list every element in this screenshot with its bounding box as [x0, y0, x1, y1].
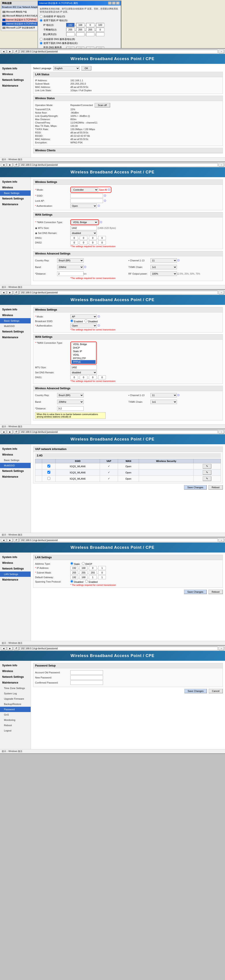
gw-oct3-6[interactable]: [89, 575, 97, 579]
gw-oct3[interactable]: [86, 32, 94, 36]
reboot-btn-6[interactable]: Reboot: [208, 590, 223, 594]
gw-oct4[interactable]: [96, 32, 105, 36]
sidebar-wireless-4[interactable]: Wireless: [0, 312, 31, 318]
gw-oct2-6[interactable]: [80, 575, 87, 579]
dns1-oct2-4[interactable]: [80, 375, 87, 379]
sidebar-sysinfo-3[interactable]: System info: [0, 179, 31, 185]
save-btn-6[interactable]: Save Changes: [184, 590, 206, 594]
old-pw-input-7[interactable]: [70, 670, 103, 675]
browser-addr-6[interactable]: [20, 538, 218, 542]
dialog-minimize-btn[interactable]: ─: [108, 2, 112, 5]
gw-oct4-6[interactable]: [98, 575, 106, 579]
wan-opt-vdsl-bridge[interactable]: VDSL Bridge: [72, 342, 95, 346]
static-radio-6[interactable]: Static: [70, 562, 80, 565]
save-btn-5[interactable]: Save Changes: [184, 485, 206, 490]
nc-item-2[interactable]: Microsoft 网络的文件和打印机共享: [2, 14, 43, 18]
go-btn-6[interactable]: →: [219, 538, 224, 542]
ssid-input-3[interactable]: [70, 194, 103, 198]
edit-btn-5-3[interactable]: ✎: [203, 476, 211, 481]
dns2-oct1-3[interactable]: [70, 240, 78, 245]
enabled-radio-4[interactable]: Enabled: [70, 320, 83, 323]
row2-enabled-5[interactable]: [42, 469, 55, 476]
sidebar-maintenance-6[interactable]: Maintenance: [0, 577, 31, 582]
channel-select-3[interactable]: 11: [151, 258, 177, 262]
dns1-oct3-4[interactable]: [89, 375, 97, 379]
country-select-4[interactable]: Brazil (BR): [57, 393, 84, 398]
dhcp-radio-6[interactable]: DHCP: [82, 562, 92, 565]
sidebar-sysinfo-6[interactable]: System info: [0, 554, 31, 560]
edit-btn-5-1[interactable]: ✎: [203, 464, 211, 469]
sidebar-basic-5[interactable]: Basic Settings: [0, 458, 31, 463]
row1-enabled-5[interactable]: [42, 463, 55, 469]
sidebar-multissid-4[interactable]: MultiSSID: [0, 323, 31, 329]
dist-input-4[interactable]: [57, 406, 84, 411]
row3-edit-5[interactable]: ✎: [193, 476, 220, 482]
sn-oct2-6[interactable]: [80, 571, 87, 574]
wan-opt-dhcp[interactable]: DHCP: [72, 346, 95, 350]
ip-oct4-6[interactable]: [98, 566, 106, 570]
ip-oct1-6[interactable]: [70, 566, 78, 570]
go-btn-5[interactable]: →: [219, 430, 224, 434]
sidebar-password-7[interactable]: Password: [0, 707, 31, 712]
sidebar-wireless-5[interactable]: Wireless: [0, 452, 31, 458]
dns2-oct2-3[interactable]: [80, 240, 87, 245]
back-btn-4[interactable]: ◄: [1, 291, 6, 294]
dns1-oct4-3[interactable]: [98, 236, 106, 240]
sidebar-syslog-7[interactable]: System Log: [0, 691, 31, 696]
wan-opt-pptp[interactable]: PPTP/L2TP: [72, 356, 95, 360]
ip-oct4[interactable]: [96, 23, 105, 27]
ip-oct2[interactable]: [76, 23, 84, 27]
sidebar-sysinfo-4[interactable]: System info: [0, 307, 31, 312]
lang-select[interactable]: English: [53, 66, 80, 70]
sidebar-maintenance-5[interactable]: Maintenance: [0, 474, 31, 480]
browser-addr-4[interactable]: [20, 291, 218, 294]
wan-type-select-3[interactable]: VDSL Bridge: [71, 220, 98, 224]
mtu-input-3[interactable]: [70, 226, 97, 230]
manual-dns-radio[interactable]: 使用下面的 DNS 服务器地址(E):: [40, 41, 119, 45]
gw-oct1-6[interactable]: [70, 575, 78, 579]
back-btn-5[interactable]: ◄: [1, 430, 6, 434]
sidebar-item-maintenance-2[interactable]: Maintenance: [0, 83, 31, 89]
dns2-oct3-3[interactable]: [89, 240, 97, 245]
dns1-oct3-3[interactable]: [89, 236, 97, 240]
sn-oct1-6[interactable]: [70, 571, 78, 574]
subnet-oct2[interactable]: [76, 28, 84, 32]
sidebar-network-7[interactable]: Network Settings: [0, 674, 31, 680]
back-btn-2[interactable]: ◄: [1, 50, 6, 53]
txmk-select-4[interactable]: 1x1: [151, 399, 177, 404]
sidebar-network-3[interactable]: Network Settings: [0, 196, 31, 202]
pdns-oct2[interactable]: [76, 47, 84, 49]
sidebar-network-5[interactable]: Network Settings: [0, 468, 31, 474]
scan-btn[interactable]: Scan off: [95, 103, 110, 107]
refresh-btn-6[interactable]: ↺: [14, 538, 19, 542]
band-select-3[interactable]: 20MHz: [57, 265, 84, 269]
subnet-oct3[interactable]: [86, 28, 94, 32]
refresh-btn-3[interactable]: ↺: [14, 163, 19, 167]
gw-oct1[interactable]: [66, 32, 74, 36]
refresh-btn-2[interactable]: ↺: [14, 49, 19, 53]
dist-input-3[interactable]: [57, 272, 84, 276]
forward-btn-5[interactable]: ►: [7, 430, 13, 434]
sidebar-item-network-settings-2[interactable]: Network Settings: [0, 77, 31, 83]
sn-oct4-6[interactable]: [98, 571, 106, 574]
sidebar-maintenance-7[interactable]: Maintenance: [0, 680, 31, 686]
country-select-3[interactable]: Brazil (BR): [57, 258, 84, 262]
browser-addr-2[interactable]: [20, 50, 218, 53]
go-btn-2[interactable]: →: [219, 50, 224, 53]
browser-addr-5[interactable]: [20, 430, 218, 434]
sidebar-maintenance-3[interactable]: Maintenance: [0, 202, 31, 207]
manual-ip-radio[interactable]: 使用下面的 IP 地址(S):: [40, 19, 119, 22]
go-btn-4[interactable]: →: [219, 291, 224, 294]
refresh-btn-5[interactable]: ↺: [14, 430, 19, 434]
confirm-pw-input-7[interactable]: [70, 681, 103, 685]
sn-oct3-6[interactable]: [89, 571, 97, 574]
forward-btn-6[interactable]: ►: [7, 538, 13, 542]
edit-btn-5-2[interactable]: ✎: [203, 470, 211, 475]
gw-oct2[interactable]: [76, 32, 84, 36]
wan-opt-static[interactable]: Static IP: [72, 350, 95, 353]
dialog-maximize-btn[interactable]: □: [112, 2, 116, 5]
set-dns-select-4[interactable]: disabled: [70, 370, 97, 375]
sidebar-timezone-7[interactable]: Time Zone Settings: [0, 686, 31, 691]
mode-select-4[interactable]: AP: [70, 314, 97, 319]
sidebar-network-6[interactable]: Network Settings: [0, 566, 31, 571]
